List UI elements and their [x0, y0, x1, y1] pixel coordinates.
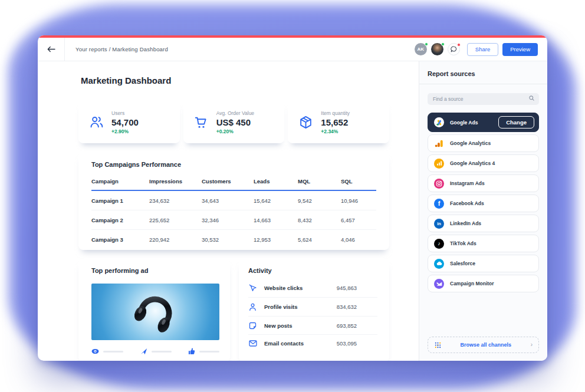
google-analytics-icon [434, 139, 444, 149]
source-list: Google Ads Change Google Analytics [428, 113, 539, 292]
stat-label: Users [111, 110, 139, 116]
stat-value: 15,652 [321, 117, 350, 127]
clicks-metric[interactable] [140, 348, 172, 355]
cell-customers: 32,346 [202, 217, 254, 223]
headphones-illustration [121, 284, 190, 340]
search-input[interactable] [428, 93, 539, 105]
avatar-photo[interactable] [431, 43, 443, 55]
change-source-button[interactable]: Change [498, 116, 534, 129]
stat-label: Avg. Order Value [216, 110, 254, 116]
comments-button[interactable] [448, 43, 460, 55]
source-facebook-ads[interactable]: f Facebook Ads [428, 195, 539, 212]
header-actions: AK Share Preview [415, 43, 547, 56]
cell-campaign: Campaign 1 [91, 197, 149, 204]
source-tiktok-ads[interactable]: ♪ TikTok Ads [428, 235, 539, 252]
activity-label: Website clicks [264, 285, 303, 291]
source-salesforce[interactable]: Salesforce [428, 255, 539, 272]
column-header[interactable]: Campaign [91, 178, 149, 185]
source-google-ads[interactable]: Google Ads Change [428, 113, 539, 132]
stat-change: +2.34% [321, 129, 350, 134]
package-icon [298, 115, 313, 130]
avatar-ak[interactable]: AK [415, 43, 427, 55]
source-label: Google Analytics [450, 140, 491, 146]
cell-impressions: 220,942 [149, 236, 202, 243]
activity-row[interactable]: Profile visits 834,632 [248, 298, 377, 317]
sidebar-title: Report sources [419, 68, 547, 84]
activity-row[interactable]: Email contacts 503,095 [248, 335, 377, 351]
instagram-icon [434, 179, 444, 189]
cell-sql: 6,457 [341, 217, 376, 223]
chevron-right-icon: › [531, 342, 533, 348]
activity-value: 945,863 [337, 285, 357, 291]
source-label: Campaign Monitor [450, 281, 494, 286]
ad-metrics-row [91, 348, 219, 355]
cell-customers: 30,532 [202, 236, 254, 243]
cell-sql: 10,946 [341, 197, 376, 204]
person-icon [248, 303, 257, 311]
column-header[interactable]: MQL [298, 178, 341, 185]
source-google-analytics[interactable]: Google Analytics [428, 134, 539, 152]
eye-icon [91, 348, 99, 354]
cell-mql: 5,624 [298, 236, 341, 243]
source-linkedin-ads[interactable]: in LinkedIn Ads [428, 215, 539, 232]
table-row[interactable]: Campaign 1 234,632 34,643 15,642 9,542 1… [91, 191, 376, 210]
cell-leads: 12,953 [254, 236, 298, 243]
column-header[interactable]: Leads [254, 178, 298, 185]
activity-label: Profile visits [264, 304, 298, 310]
salesforce-icon [434, 259, 444, 269]
desktop-background: Your reports / Marketing Dashboard AK Sh… [0, 0, 585, 392]
table-row[interactable]: Campaign 3 220,942 30,532 12,953 5,624 4… [91, 230, 376, 249]
chat-bubble-icon [451, 46, 457, 52]
activity-value: 503,095 [337, 340, 357, 347]
activity-row[interactable]: Website clicks 945,863 [248, 279, 377, 298]
preview-button[interactable]: Preview [502, 43, 538, 56]
ad-image-headphones[interactable] [91, 284, 219, 340]
source-label: Facebook Ads [450, 200, 484, 206]
breadcrumb: Your reports / Marketing Dashboard [75, 46, 168, 52]
activity-label: Email contacts [264, 340, 304, 347]
metric-bar [103, 351, 123, 353]
column-header[interactable]: Customers [202, 178, 254, 185]
source-label: Instagram Ads [450, 180, 485, 186]
browse-label: Browse all channels [441, 342, 531, 348]
avatar-initials: AK [418, 47, 425, 52]
source-google-analytics-4[interactable]: Google Analytics 4 [428, 154, 539, 172]
views-metric[interactable] [91, 348, 123, 354]
top-ad-title: Top performing ad [91, 267, 218, 274]
share-button[interactable]: Share [467, 43, 498, 56]
source-label: Google Ads [450, 120, 478, 126]
column-header[interactable]: Impressions [149, 178, 202, 185]
report-sources-panel: Report sources [419, 61, 547, 361]
campaigns-table-title: Top Campaigns Performance [91, 161, 376, 168]
note-icon [248, 322, 257, 330]
google-analytics-4-icon [434, 159, 444, 169]
linkedin-icon: in [434, 219, 444, 229]
app-window: Your reports / Marketing Dashboard AK Sh… [38, 35, 547, 361]
stat-value: 54,700 [111, 117, 139, 127]
arrow-left-icon [47, 46, 55, 52]
cell-campaign: Campaign 2 [91, 217, 149, 223]
cell-mql: 8,432 [298, 217, 341, 223]
table-row[interactable]: Campaign 2 225,652 32,346 14,663 8,432 6… [91, 210, 376, 230]
activity-row[interactable]: New posts 693,852 [248, 317, 377, 335]
top-ad-card: Top performing ad [78, 259, 230, 361]
source-instagram-ads[interactable]: Instagram Ads [428, 174, 539, 192]
stat-card-users[interactable]: Users 54,700 +2.90% [78, 101, 180, 143]
stat-card-order-value[interactable]: Avg. Order Value US$ 450 +0.20% [183, 101, 285, 143]
campaigns-table-card: Top Campaigns Performance Campaign Impre… [78, 152, 389, 250]
stat-change: +2.90% [111, 129, 139, 134]
table-header-row: Campaign Impressions Customers Leads MQL… [91, 178, 376, 191]
likes-metric[interactable] [188, 348, 219, 355]
stat-label: Item quantity [321, 110, 350, 116]
stat-card-item-quantity[interactable]: Item quantity 15,652 +2.34% [288, 101, 389, 143]
cell-leads: 15,642 [254, 197, 298, 204]
cell-sql: 4,046 [341, 236, 376, 243]
online-status-dot [425, 42, 428, 46]
column-header[interactable]: SQL [341, 178, 376, 185]
back-button[interactable] [38, 38, 65, 61]
browse-all-channels-button[interactable]: Browse all channels › [428, 337, 539, 353]
google-ads-icon [434, 117, 444, 127]
source-campaign-monitor[interactable]: Campaign Monitor [428, 275, 539, 292]
send-icon [140, 348, 147, 355]
online-status-dot [441, 42, 445, 46]
